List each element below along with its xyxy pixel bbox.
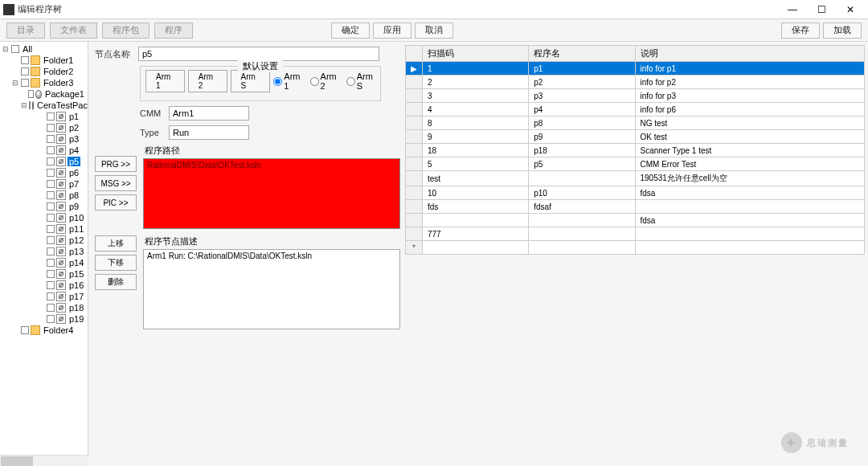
tree-package[interactable]: ⊟CeraTestPack [2, 100, 86, 111]
table-row[interactable]: 18p18Scanner Type 1 test [406, 144, 865, 157]
tree-root[interactable]: ⊟All [2, 43, 86, 55]
col-desc[interactable]: 说明 [635, 46, 865, 62]
tree-package[interactable]: Package1 [2, 88, 86, 100]
type-input[interactable] [169, 125, 249, 140]
delete-button[interactable]: 删除 [95, 274, 137, 290]
table-row[interactable]: 8p8NG test [406, 117, 865, 130]
tree-program[interactable]: p1 [2, 111, 86, 122]
pic-button[interactable]: PIC >> [95, 194, 137, 211]
close-button[interactable]: ✕ [836, 1, 865, 18]
apply-button[interactable]: 应用 [373, 22, 411, 39]
wechat-icon: ✦ [781, 432, 802, 453]
table-row[interactable]: 2p2info for p2 [406, 76, 865, 89]
radio-arm1[interactable]: Arm 1 [273, 72, 301, 91]
tree-program[interactable]: p8 [2, 190, 86, 201]
tree-program[interactable]: p3 [2, 133, 86, 145]
data-grid[interactable]: 扫描码 程序名 说明 ▶1p1info for p12p2info for p2… [405, 45, 865, 255]
arm1-button[interactable]: Arm 1 [145, 70, 185, 92]
name-label: 节点名称 [95, 48, 133, 60]
watermark: ✦ 思瑞测量 [781, 432, 849, 453]
sidebar-scrollbar[interactable] [0, 455, 88, 466]
msg-button[interactable]: MSG >> [95, 175, 137, 191]
tree-program[interactable]: p19 [2, 313, 86, 325]
table-row[interactable]: fdsa [406, 214, 865, 227]
desc-label: 程序节点描述 [145, 235, 395, 247]
param-title: 默认设置 [238, 60, 283, 72]
save-button[interactable]: 保存 [781, 22, 820, 39]
tree-folder[interactable]: Folder1 [2, 55, 86, 66]
titlebar: 编辑程序树 — ☐ ✕ [0, 0, 868, 19]
moveup-button[interactable]: 上移 [95, 235, 137, 251]
table-row[interactable]: ▶1p1info for p1 [406, 62, 865, 76]
tree-sidebar[interactable]: ⊟All Folder1 Folder2 ⊟Folder3 Package1 ⊟… [0, 42, 88, 466]
tree-program[interactable]: p13 [2, 246, 86, 257]
tree-program[interactable]: p4 [2, 145, 86, 156]
tree-program[interactable]: p10 [2, 212, 86, 223]
app-icon [3, 4, 14, 15]
tree-folder[interactable]: Folder4 [2, 325, 86, 336]
tree-program[interactable]: p16 [2, 280, 86, 291]
cmm-input[interactable] [169, 106, 249, 121]
confirm-button[interactable]: 确定 [331, 22, 370, 39]
path-label: 程序路径 [145, 145, 395, 157]
arms-button[interactable]: Arm S [231, 70, 271, 92]
path-textbox[interactable]: RationalDMIS\Data\OKTest.ksln [143, 158, 400, 229]
tree-folder[interactable]: Folder2 [2, 66, 86, 77]
tree-folder[interactable]: ⊟Folder3 [2, 77, 86, 88]
prg-button[interactable]: PRG >> [95, 156, 137, 172]
tree-program[interactable]: p11 [2, 223, 86, 235]
table-new-row[interactable]: * [406, 241, 865, 255]
tree-program[interactable]: p5 [2, 156, 86, 167]
maximize-button[interactable]: ☐ [807, 1, 836, 18]
arm2-button[interactable]: Arm 2 [188, 70, 227, 92]
table-row[interactable]: 10p10fdsa [406, 186, 865, 200]
name-input[interactable] [138, 47, 379, 61]
table-row[interactable]: 5p5CMM Error Test [406, 157, 865, 171]
toolbar-dir-button[interactable]: 目录 [6, 22, 45, 39]
tree-program[interactable]: p12 [2, 235, 86, 246]
tree-program[interactable]: p18 [2, 302, 86, 313]
toolbar-proglist-button[interactable]: 程序包 [102, 22, 149, 39]
table-row[interactable]: test190531允许任意cell为空 [406, 171, 865, 186]
desc-textbox[interactable]: Arm1 Run: C:\RationalDMIS\Data\OKTest.ks… [143, 249, 400, 329]
col-scan[interactable]: 扫描码 [423, 46, 529, 62]
radio-arm2[interactable]: Arm 2 [310, 72, 338, 91]
col-prog[interactable]: 程序名 [529, 46, 635, 62]
table-row[interactable]: 777 [406, 227, 865, 241]
cmm-label: CMM [140, 108, 164, 118]
tree-program[interactable]: p14 [2, 257, 86, 268]
toolbar: 目录 文件表 程序包 程序 确定 应用 取消 保存 加载 [0, 19, 868, 42]
toolbar-prog-button[interactable]: 程序 [154, 22, 193, 39]
window-title: 编辑程序树 [18, 3, 778, 15]
tree-program[interactable]: p15 [2, 268, 86, 280]
minimize-button[interactable]: — [778, 1, 807, 18]
tree-program[interactable]: p9 [2, 201, 86, 212]
radio-arms[interactable]: Arm S [346, 72, 375, 91]
tree-program[interactable]: p17 [2, 291, 86, 302]
tree-program[interactable]: p7 [2, 178, 86, 190]
tree-program[interactable]: p6 [2, 167, 86, 178]
data-grid-panel: 扫描码 程序名 说明 ▶1p1info for p12p2info for p2… [402, 42, 868, 466]
load-button[interactable]: 加载 [823, 22, 862, 39]
cancel-button[interactable]: 取消 [415, 22, 453, 39]
movedown-button[interactable]: 下移 [95, 255, 137, 271]
tree-program[interactable]: p2 [2, 122, 86, 133]
type-label: Type [140, 128, 164, 137]
table-row[interactable]: 9p9OK test [406, 130, 865, 144]
table-row[interactable]: 3p3info for p3 [406, 89, 865, 103]
toolbar-filelist-button[interactable]: 文件表 [50, 22, 97, 39]
table-row[interactable]: fdsfdsaf [406, 200, 865, 214]
form-panel: 节点名称 默认设置 Arm 1 Arm 2 Arm S Arm 1 Arm 2 … [88, 42, 402, 466]
table-row[interactable]: 4p4info for p6 [406, 103, 865, 117]
